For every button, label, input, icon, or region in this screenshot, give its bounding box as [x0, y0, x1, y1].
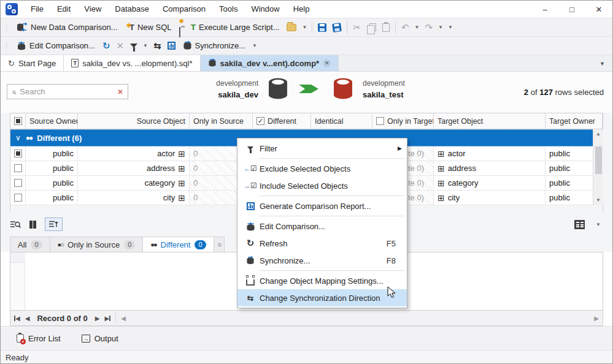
tab-close-icon[interactable]: ✕	[323, 59, 331, 67]
filter-dropdown[interactable]: ▼	[141, 43, 150, 48]
menu-item-exclude[interactable]: ←☑ Exclude Selected Objects	[237, 160, 407, 177]
synchronize-dropdown[interactable]: ▼	[250, 43, 260, 48]
menu-item-refresh[interactable]: ↻ Refresh F5	[237, 235, 407, 252]
col-source-object[interactable]: Source Object	[78, 113, 190, 129]
menu-item-filter[interactable]: Filter ▶	[237, 140, 407, 157]
tab-different[interactable]: ●● Different 0	[143, 237, 214, 252]
save-button[interactable]	[315, 20, 330, 35]
menu-edit[interactable]: Edit	[50, 1, 77, 18]
open-dropdown[interactable]: ▼	[299, 25, 309, 30]
error-list-tab[interactable]: ✕ Error List	[17, 334, 61, 343]
menu-item-synchronize[interactable]: Synchronize... F8	[237, 252, 407, 269]
menu-item-change-mapping[interactable]: Change Object Mapping Settings...	[237, 272, 407, 289]
select-all-checkbox[interactable]	[14, 117, 22, 125]
tab-all[interactable]: All 0	[10, 237, 50, 252]
redo-button[interactable]: ↷	[422, 20, 436, 35]
target-filter-checkbox[interactable]	[376, 117, 384, 125]
menu-view[interactable]: View	[77, 1, 108, 18]
search-input[interactable]: ⌕ Search ✕	[7, 84, 128, 99]
col-only-in-source[interactable]: Only in Source	[190, 113, 253, 129]
report-button[interactable]	[164, 39, 179, 53]
redo-dropdown[interactable]: ▼	[436, 25, 445, 30]
menu-window[interactable]: Window	[244, 1, 286, 18]
filter-settings-toggle[interactable]	[45, 218, 63, 231]
toolbar-options-dropdown[interactable]: ▼	[445, 25, 455, 30]
row-checkbox[interactable]	[14, 179, 22, 187]
col-different[interactable]: Different	[253, 113, 311, 129]
col-only-in-target[interactable]: Only in Target	[372, 113, 434, 129]
menu-help[interactable]: Help	[287, 1, 317, 18]
menu-item-edit-comparison[interactable]: Edit Comparison...	[237, 218, 407, 235]
tab-only-in-target[interactable]: ○	[214, 237, 225, 252]
grid-view-dropdown[interactable]: ▼	[593, 222, 603, 227]
first-record-button[interactable]: ◀	[14, 315, 20, 322]
refresh-button[interactable]: ↻	[99, 39, 114, 53]
paste-button[interactable]	[379, 20, 393, 35]
target-db-label: development sakila_test	[363, 79, 436, 99]
tab-sql-script[interactable]: T sakila_dev vs. ...elopment).sql*	[64, 55, 200, 71]
execute-large-script-button[interactable]: T Execute Large Script...	[187, 20, 283, 35]
different-filter-checkbox[interactable]	[256, 117, 264, 125]
vertical-scrollbar[interactable]: ▲ ▼	[593, 129, 603, 205]
scroll-down-icon[interactable]: ▼	[596, 195, 601, 205]
col-target-object[interactable]: Target Object	[434, 113, 546, 129]
grid-view-icon[interactable]	[574, 220, 585, 229]
close-button[interactable]: ✕	[585, 1, 612, 18]
swap-direction-button[interactable]: ⇆	[150, 39, 164, 53]
edit-comparison-label: Edit Comparison...	[29, 41, 95, 50]
hscroll-right-icon[interactable]: ▶	[594, 315, 599, 322]
new-file-icon: ✱	[179, 18, 183, 37]
row-checkbox[interactable]	[14, 164, 22, 172]
search-icon: ⌕	[12, 87, 16, 97]
save-all-button[interactable]	[330, 20, 344, 35]
prev-record-button[interactable]: ◀	[25, 315, 30, 322]
menu-file[interactable]: File	[24, 1, 50, 18]
stop-button[interactable]: ✕	[114, 39, 128, 53]
tab-only-in-source[interactable]: ●○ Only in Source 0	[50, 237, 144, 252]
document-tabbar: ↻ Start Page T sakila_dev vs. ...elopmen…	[1, 55, 612, 71]
copy-button[interactable]	[364, 20, 379, 35]
scrollbar-thumb[interactable]	[595, 146, 602, 174]
app-window: File Edit View Database Comparison Tools…	[0, 0, 613, 364]
cut-button[interactable]: ✂	[350, 20, 364, 35]
scroll-up-icon[interactable]: ▲	[596, 129, 601, 139]
tab-overflow-dropdown[interactable]: ▼	[600, 61, 605, 67]
menu-database[interactable]: Database	[108, 1, 156, 18]
error-list-icon: ✕	[17, 334, 24, 343]
search-clear-icon[interactable]: ✕	[117, 88, 123, 96]
row-checkbox[interactable]	[14, 194, 22, 202]
output-tab[interactable]: → Output	[82, 334, 118, 343]
menu-tools[interactable]: Tools	[212, 1, 244, 18]
save-icon	[318, 23, 326, 32]
synchronize-button[interactable]: Synchronize...	[179, 39, 250, 53]
execute-script-icon: T	[191, 23, 196, 32]
new-sql-button[interactable]: ✱T New SQL	[122, 20, 176, 35]
new-data-comparison-button[interactable]: New Data Comparison...	[12, 20, 122, 35]
last-record-button[interactable]: ▶	[104, 315, 110, 322]
row-checkbox[interactable]	[14, 150, 22, 157]
open-button[interactable]	[283, 20, 299, 35]
col-target-owner[interactable]: Target Owner	[546, 113, 603, 129]
collapse-chevron-icon[interactable]: ∨	[15, 134, 21, 142]
next-record-button[interactable]: ▶	[95, 315, 100, 322]
menu-comparison[interactable]: Comparison	[156, 1, 212, 18]
minimize-button[interactable]: –	[531, 1, 558, 18]
find-button[interactable]	[10, 220, 21, 229]
tab-start-page[interactable]: ↻ Start Page	[1, 55, 64, 71]
col-identical[interactable]: Identical	[311, 113, 372, 129]
filter-button[interactable]	[127, 39, 141, 53]
columns-button[interactable]	[29, 221, 36, 229]
menu-item-change-sync-direction[interactable]: ⇆ Change Synchronization Direction	[237, 289, 407, 306]
save-all-icon	[332, 23, 342, 32]
edit-comparison-button[interactable]: Edit Comparison...	[12, 39, 99, 53]
new-file-button[interactable]: ✱	[176, 20, 187, 35]
report-icon	[168, 42, 175, 50]
undo-dropdown[interactable]: ▼	[412, 25, 422, 30]
undo-button[interactable]: ↶	[398, 20, 412, 35]
menu-item-include[interactable]: →☑ Include Selected Objects	[237, 177, 407, 194]
menu-item-generate-report[interactable]: Generate Comparison Report...	[237, 197, 407, 214]
maximize-button[interactable]: □	[558, 1, 585, 18]
col-source-owner[interactable]: Source Owner	[26, 113, 78, 129]
hscroll-left-icon[interactable]: ◀	[121, 315, 126, 322]
tab-dcomp[interactable]: sakila_dev v...ent).dcomp* ✕	[201, 55, 339, 71]
